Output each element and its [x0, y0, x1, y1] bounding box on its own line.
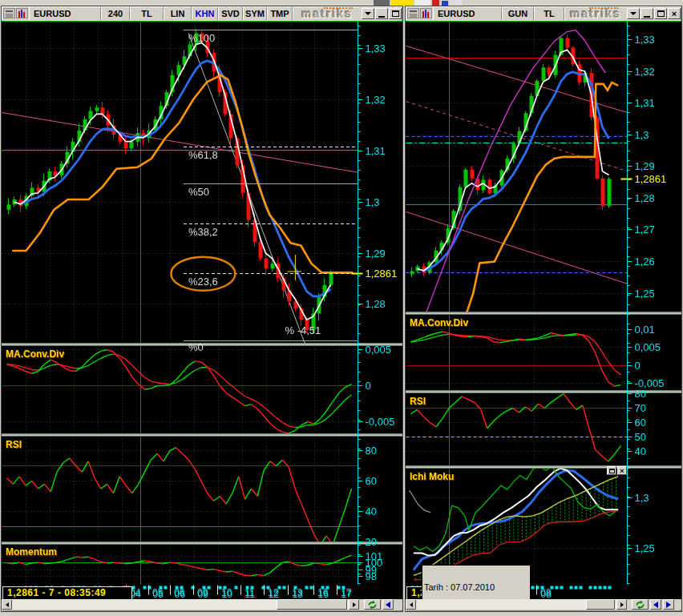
- refresh-icon: [366, 600, 378, 610]
- ichimoku-pane-controls: ×: [607, 466, 627, 475]
- symbol-button[interactable]: EURUSD: [29, 7, 101, 20]
- time-label: 10: [221, 587, 232, 598]
- background-window-fragment: [414, 0, 430, 6]
- chart-canvas-240min[interactable]: [2, 21, 402, 599]
- symbol-button[interactable]: EURUSD: [433, 7, 502, 20]
- titlebar-right: EURUSD GUN TL matriks ×: [406, 6, 681, 21]
- background-window-fragment: [374, 0, 390, 6]
- window-icon[interactable]: [407, 8, 419, 18]
- nav-back-button[interactable]: [382, 599, 394, 610]
- nav-back-button[interactable]: [650, 599, 661, 610]
- tool-button-lin[interactable]: LIN: [164, 7, 192, 20]
- background-window-fragment: [432, 0, 439, 6]
- tooltip-date: Tarih : 07.07.2010: [424, 583, 528, 592]
- tool-button-tmp[interactable]: TMP: [267, 7, 293, 20]
- scroll-right-button[interactable]: [616, 599, 627, 610]
- pane-title-rsi: RSI: [6, 439, 22, 450]
- scroll-right-button[interactable]: [349, 599, 359, 610]
- scrollbar-thumb[interactable]: [586, 599, 615, 610]
- minimize-button[interactable]: [641, 8, 653, 19]
- chart-content-left: MA.Conv.Div RSI Momentum 1,2861 - 7 - 08…: [2, 21, 402, 610]
- minimize-button[interactable]: [375, 8, 388, 19]
- dropdown-button[interactable]: [362, 8, 374, 19]
- chart-icon[interactable]: [16, 8, 28, 18]
- maximize-button[interactable]: [654, 8, 667, 19]
- currency-button[interactable]: TL: [130, 7, 164, 20]
- chart-window-daily: EURUSD GUN TL matriks × MA.Conv.Div RSI …: [405, 6, 682, 612]
- dropdown-button[interactable]: [627, 8, 640, 19]
- background-window-fragment: [450, 0, 463, 6]
- pane-title-macd: MA.Conv.Div: [6, 348, 64, 360]
- refresh-button[interactable]: [632, 599, 649, 610]
- scrollbar-track[interactable]: [416, 599, 616, 610]
- maximize-button[interactable]: [389, 8, 402, 19]
- chart-window-240min: EURUSD 240 TL LIN KHN SVD SYM TMP matrik…: [1, 6, 403, 612]
- refresh-button[interactable]: [364, 599, 381, 610]
- close-button[interactable]: ×: [668, 8, 681, 19]
- pane-restore-button[interactable]: [607, 466, 616, 475]
- scrollbar-thumb[interactable]: [277, 599, 347, 610]
- scroll-left-button[interactable]: [2, 599, 12, 610]
- time-label: 16: [317, 587, 328, 598]
- pane-title-macd: MA.Conv.Div: [410, 317, 468, 328]
- period-button[interactable]: GUN: [502, 7, 534, 20]
- window-icon[interactable]: [3, 8, 15, 18]
- refresh-icon: [634, 600, 646, 610]
- matriks-logo: matriks: [293, 7, 361, 20]
- pane-title-ichimoku: Ichi Moku: [410, 471, 454, 482]
- titlebar-left: EURUSD 240 TL LIN KHN SVD SYM TMP matrik…: [2, 6, 402, 21]
- chart-canvas-daily[interactable]: [406, 21, 681, 599]
- currency-button[interactable]: TL: [534, 7, 564, 20]
- logo-dotted-arc: [589, 7, 618, 9]
- time-label: 17: [341, 587, 351, 598]
- horizontal-scrollbar-left: [2, 599, 402, 610]
- time-label: 06: [174, 587, 184, 598]
- time-label: 09: [197, 587, 208, 598]
- pane-close-button[interactable]: ×: [617, 466, 627, 475]
- period-button[interactable]: 240: [101, 7, 130, 20]
- scroll-left-button[interactable]: [406, 599, 416, 610]
- nav-forward-button[interactable]: [663, 599, 674, 610]
- tool-button-khn[interactable]: KHN: [192, 7, 218, 20]
- background-window-fragment: [391, 0, 413, 6]
- matriks-logo: matriks: [564, 7, 626, 20]
- logo-dotted-arc: [324, 7, 353, 9]
- time-label: 08: [540, 587, 551, 598]
- pane-title-rsi: RSI: [410, 396, 426, 407]
- time-label: 13: [292, 587, 302, 598]
- quote-status-box: 1,2861 - 7 - 08:35:49: [2, 586, 132, 600]
- horizontal-scrollbar-right: [406, 599, 681, 610]
- scrollbar-track[interactable]: [12, 599, 349, 610]
- time-label: 12: [268, 587, 278, 598]
- tool-button-svd[interactable]: SVD: [218, 7, 243, 20]
- tool-button-sym[interactable]: SYM: [243, 7, 267, 20]
- chart-icon[interactable]: [420, 8, 432, 18]
- pane-title-momentum: Momentum: [6, 546, 57, 558]
- time-label: 05: [152, 587, 163, 598]
- chart-content-right: MA.Conv.Div RSI Ichi Moku × Tarih : 07.0…: [406, 21, 681, 610]
- time-label: 11: [245, 587, 254, 598]
